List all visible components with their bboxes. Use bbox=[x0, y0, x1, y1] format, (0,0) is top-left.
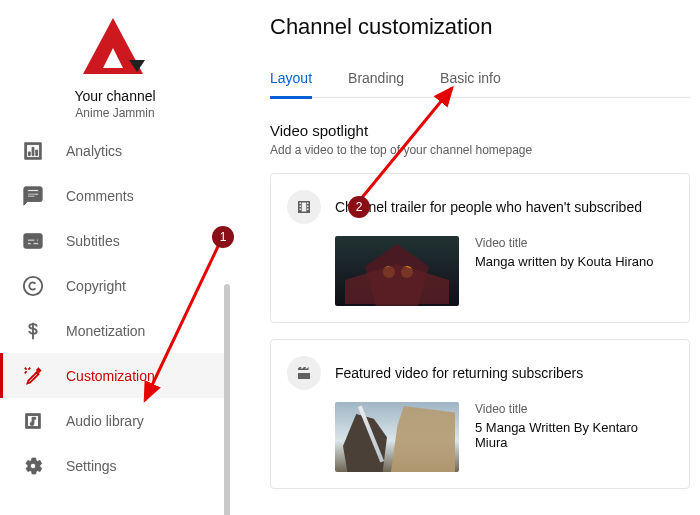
channel-info-block: Your channel Anime Jammin bbox=[0, 0, 230, 134]
page-title: Channel customization bbox=[270, 14, 690, 40]
monetization-icon bbox=[22, 320, 44, 342]
tab-layout[interactable]: Layout bbox=[270, 58, 312, 98]
tab-basic-info[interactable]: Basic info bbox=[440, 58, 501, 98]
main-content: Channel customization Layout Branding Ba… bbox=[252, 0, 700, 515]
video-meta-label: Video title bbox=[475, 402, 673, 416]
your-channel-label: Your channel bbox=[0, 88, 230, 104]
section-subtitle: Add a video to the top of your channel h… bbox=[270, 143, 690, 157]
sidebar-item-comments[interactable]: Comments bbox=[0, 173, 224, 218]
tab-branding[interactable]: Branding bbox=[348, 58, 404, 98]
sidebar-item-analytics[interactable]: Analytics bbox=[0, 134, 224, 173]
video-spotlight-section: Video spotlight Add a video to the top o… bbox=[270, 122, 690, 489]
sidebar-item-label: Audio library bbox=[66, 413, 144, 429]
sidebar-item-subtitles[interactable]: Subtitles bbox=[0, 218, 224, 263]
subtitles-icon bbox=[22, 230, 44, 252]
channel-avatar[interactable] bbox=[65, 12, 165, 84]
sidebar-nav: Analytics Comments Subtitles Copyright bbox=[0, 134, 230, 515]
sidebar-item-audio-library[interactable]: Audio library bbox=[0, 398, 224, 443]
customization-icon bbox=[22, 365, 44, 387]
audio-library-icon bbox=[22, 410, 44, 432]
settings-icon bbox=[22, 455, 44, 477]
sidebar-item-label: Copyright bbox=[66, 278, 126, 294]
sidebar-item-monetization[interactable]: Monetization bbox=[0, 308, 224, 353]
sidebar-item-label: Customization bbox=[66, 368, 155, 384]
card-title: Featured video for returning subscribers bbox=[335, 365, 583, 381]
channel-name: Anime Jammin bbox=[0, 106, 230, 120]
copyright-icon bbox=[22, 275, 44, 297]
sidebar-item-label: Subtitles bbox=[66, 233, 120, 249]
sidebar-item-customization[interactable]: Customization bbox=[0, 353, 224, 398]
sidebar-item-label: Comments bbox=[66, 188, 134, 204]
sidebar-scrollbar[interactable] bbox=[224, 284, 230, 515]
featured-thumbnail[interactable] bbox=[335, 402, 459, 472]
video-meta-label: Video title bbox=[475, 236, 653, 250]
sidebar-item-label: Monetization bbox=[66, 323, 145, 339]
trailer-thumbnail[interactable] bbox=[335, 236, 459, 306]
filmstrip-icon bbox=[287, 190, 321, 224]
comments-icon bbox=[22, 185, 44, 207]
featured-video-card[interactable]: Featured video for returning subscribers… bbox=[270, 339, 690, 489]
video-title: 5 Manga Written By Kentaro Miura bbox=[475, 420, 673, 450]
sidebar-item-label: Analytics bbox=[66, 143, 122, 159]
tabs: Layout Branding Basic info bbox=[270, 58, 690, 98]
clapperboard-icon bbox=[287, 356, 321, 390]
trailer-meta: Video title Manga written by Kouta Hiran… bbox=[475, 236, 653, 306]
channel-trailer-card[interactable]: Channel trailer for people who haven't s… bbox=[270, 173, 690, 323]
section-title: Video spotlight bbox=[270, 122, 690, 139]
sidebar-item-copyright[interactable]: Copyright bbox=[0, 263, 224, 308]
sidebar: Your channel Anime Jammin Analytics Comm… bbox=[0, 0, 230, 515]
sidebar-item-label: Settings bbox=[66, 458, 117, 474]
video-title: Manga written by Kouta Hirano bbox=[475, 254, 653, 269]
card-title: Channel trailer for people who haven't s… bbox=[335, 199, 642, 215]
sidebar-item-settings[interactable]: Settings bbox=[0, 443, 224, 488]
featured-meta: Video title 5 Manga Written By Kentaro M… bbox=[475, 402, 673, 472]
analytics-icon bbox=[22, 140, 44, 162]
